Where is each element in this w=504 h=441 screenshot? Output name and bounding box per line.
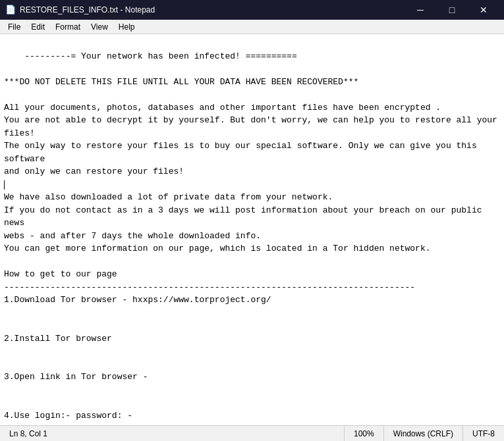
maximize-button[interactable]: □	[437, 0, 467, 20]
title-bar-left: 📄 RESTORE_FILES_INFO.txt - Notepad	[5, 5, 155, 15]
text-content: ---------= Your network has been infecte…	[4, 51, 503, 426]
status-line-ending: Windows (CRLF)	[383, 426, 462, 441]
status-zoom: 100%	[344, 426, 383, 441]
app-icon: 📄	[5, 5, 16, 15]
line-ending: Windows (CRLF)	[393, 429, 453, 438]
minimize-button[interactable]: ─	[405, 0, 435, 20]
editor-container[interactable]: ---------= Your network has been infecte…	[0, 34, 504, 425]
menu-edit[interactable]: Edit	[26, 21, 50, 33]
encoding: UTF-8	[472, 429, 495, 438]
cursor-position: Ln 8, Col 1	[9, 429, 47, 438]
zoom-level: 100%	[354, 429, 374, 438]
title-bar-controls: ─ □ ✕	[405, 0, 499, 20]
status-position: Ln 8, Col 1	[0, 426, 57, 441]
title-bar: 📄 RESTORE_FILES_INFO.txt - Notepad ─ □ ✕	[0, 0, 504, 20]
status-bar: Ln 8, Col 1 100% Windows (CRLF) UTF-8	[0, 425, 504, 441]
menu-bar: File Edit Format View Help	[0, 20, 504, 34]
editor-content: ---------= Your network has been infecte…	[4, 37, 500, 425]
window-title: RESTORE_FILES_INFO.txt - Notepad	[20, 5, 155, 14]
menu-file[interactable]: File	[3, 21, 26, 33]
close-button[interactable]: ✕	[468, 0, 499, 20]
menu-view[interactable]: View	[86, 21, 113, 33]
menu-format[interactable]: Format	[50, 21, 86, 33]
status-encoding: UTF-8	[462, 426, 504, 441]
menu-help[interactable]: Help	[113, 21, 140, 33]
